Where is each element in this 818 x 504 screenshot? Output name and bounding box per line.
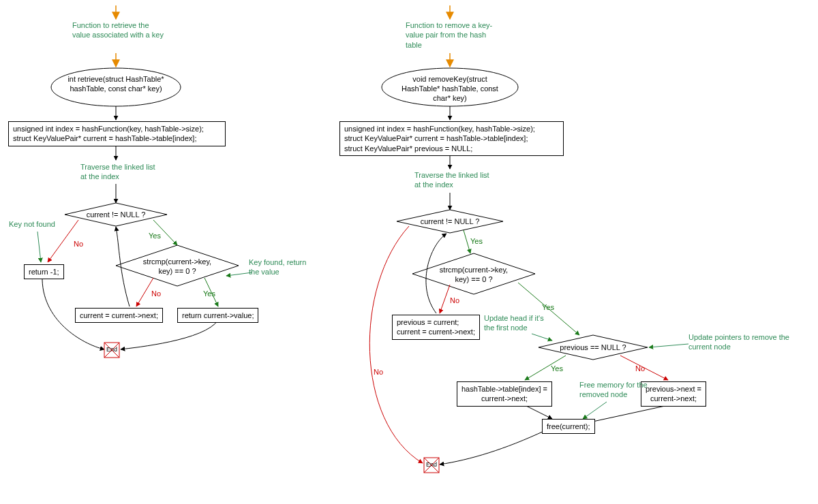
comment-not-found: Key not found [9,219,55,229]
free-current: free(current); [542,419,595,434]
set-prev: previous->next = current->next; [641,381,706,407]
svg-line-21 [532,334,552,341]
return-value: return current->value; [177,308,258,323]
label-yes-3r: Yes [551,364,563,373]
label-yes-1l: Yes [149,232,161,240]
label-no-3r: No [635,364,645,373]
retrieve-advance: current = current->next; [75,308,163,323]
label-yes-2l: Yes [203,289,215,298]
cond-previous-null: previous == NULL ? [554,343,633,353]
label-no-1l: No [74,240,83,248]
comment-update-ptr: Update pointers to remove the current no… [688,332,798,352]
comment-traverse-left: Traverse the linked list at the index [80,162,162,182]
cond-strcmp-left: strcmp(current->key, key) == 0 ? [136,257,218,277]
cond-current-null-right: current != NULL ? [414,217,486,227]
end-left: End [104,346,120,353]
comment-update-head: Update head if it's the first node [484,313,556,333]
label-no-2r: No [450,296,459,304]
label-yes-2r: Yes [542,303,554,311]
label-no-1r: No [374,368,383,376]
comment-remove-top: Function to remove a key-value pair from… [406,20,501,50]
remove-advance: previous = current; current = current->n… [392,315,480,340]
svg-line-7 [37,232,41,262]
func-remove-sig: void removeKey(struct HashTable* hashTab… [393,75,506,103]
svg-line-23 [649,344,688,347]
func-retrieve-sig: int retrieve(struct HashTable* hashTable… [61,75,170,94]
label-no-2l: No [151,289,161,298]
remove-init: unsigned int index = hashFunction(key, h… [339,121,564,156]
svg-line-24 [583,402,607,419]
comment-key-found: Key found, return the value [249,257,317,277]
end-right: End [423,461,440,469]
set-head: hashTable->table[index] = current->next; [457,381,552,407]
comment-retrieve-top: Function to retrieve the value associate… [72,20,168,40]
comment-free: Free memory for the removed node [579,380,648,400]
label-yes-1r: Yes [470,237,483,245]
return-minus-one: return -1; [24,264,64,279]
comment-traverse-right: Traverse the linked list at the index [414,170,496,190]
cond-strcmp-right: strcmp(current->key, key) == 0 ? [433,266,515,285]
cond-current-null-left: current != NULL ? [80,210,152,220]
retrieve-init: unsigned int index = hashFunction(key, h… [8,121,226,146]
